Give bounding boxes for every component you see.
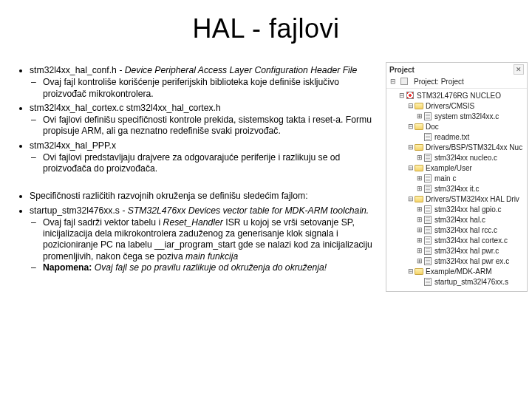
slide-body: stm32l4xx_hal_conf.h - Device Peripheral… xyxy=(13,65,383,276)
tree-row[interactable]: ⊟STM32L476RG NUCLEO xyxy=(389,90,525,100)
project-tree: ⊟STM32L476RG NUCLEO⊟Drivers/CMSIS⊞system… xyxy=(386,89,527,291)
tree-label: stm32l4xx hal.c xyxy=(434,216,485,224)
tree-row[interactable]: ⊞stm32l4xx hal.c xyxy=(389,214,525,225)
folder-icon xyxy=(415,101,423,110)
tree-row[interactable]: ⊞stm32l4xx it.c xyxy=(389,183,525,194)
expander-icon[interactable]: ⊟ xyxy=(407,267,415,275)
expander-icon[interactable]: ⊞ xyxy=(416,154,423,161)
tree-label: startup_stm32l476xx.s xyxy=(434,278,508,286)
bullet-1: stm32l4xx_hal_conf.h - Device Peripheral… xyxy=(30,65,383,100)
panel-tab-project[interactable]: Project xyxy=(389,66,415,74)
file-name: startup_stm32l476xx.s xyxy=(30,205,120,216)
expander-icon[interactable]: ⊞ xyxy=(416,216,423,223)
expander-icon[interactable]: ⊟ xyxy=(407,195,415,202)
file-icon xyxy=(423,236,432,245)
tree-label: Example/MDK-ARM xyxy=(426,267,491,276)
tree-row[interactable]: ⊟Example/User xyxy=(389,163,525,173)
tree-row[interactable]: readme.txt xyxy=(389,132,525,142)
tree-label: readme.txt xyxy=(434,133,469,141)
folder-icon xyxy=(415,143,423,151)
file-icon xyxy=(423,215,432,224)
file-icon xyxy=(423,174,432,183)
expander-icon[interactable]: ⊟ xyxy=(389,78,397,85)
folder-icon xyxy=(415,122,423,131)
sub-bullet: Ovi fajlovi predstavljaju drajvere za od… xyxy=(43,152,383,175)
file-icon xyxy=(423,277,432,286)
tree-row[interactable]: ⊟Doc xyxy=(389,121,525,132)
tree-label: system stm32l4xx.c xyxy=(434,112,499,120)
tree-label: main c xyxy=(434,174,456,183)
project-panel: Project ✕ ⊟ Project: Project ⊟STM32L476R… xyxy=(386,62,528,292)
tree-label: stm32l4xx it.c xyxy=(434,185,480,193)
file-icon xyxy=(423,132,432,141)
tree-label: Drivers/BSP/STM32L4xx Nuc xyxy=(426,143,522,151)
tree-row[interactable]: startup_stm32l476xx.s xyxy=(389,276,525,287)
tree-label: Example/User xyxy=(426,164,472,172)
tree-label: Drivers/CMSIS xyxy=(426,102,474,110)
expander-icon[interactable]: ⊞ xyxy=(416,236,423,244)
sub-bullet: Ovi fajlovi definišu specifičnosti kontr… xyxy=(43,115,383,137)
bullet-2: stm32l4xx_hal_cortex.c stm32l4xx_hal_cor… xyxy=(30,103,383,137)
expander-icon[interactable]: ⊟ xyxy=(398,92,406,99)
tree-row[interactable]: ⊟Drivers/BSP/STM32L4xx Nuc xyxy=(389,142,525,152)
slide-title: HAL - fajlovi xyxy=(0,0,532,44)
tree-row[interactable]: ⊟Drivers/STM32l4xx HAL Driv xyxy=(389,194,525,204)
tree-label: stm32l4xx hal rcc.c xyxy=(434,226,497,234)
expander-icon[interactable]: ⊞ xyxy=(416,174,423,182)
tree-row[interactable]: ⊞system stm32l4xx.c xyxy=(389,111,525,121)
file-icon xyxy=(423,153,432,162)
tree-label: STM32L476RG NUCLEO xyxy=(417,92,501,100)
target-icon xyxy=(406,91,415,100)
tree-row[interactable]: ⊟Drivers/CMSIS xyxy=(389,100,525,111)
bullet-4: Specifičnosti različitih razvojnih okruž… xyxy=(30,191,383,202)
root-label: Project: Project xyxy=(414,78,464,86)
bullet-5: startup_stm32l476xx.s - STM32L476xx Devi… xyxy=(30,205,383,274)
file-icon xyxy=(423,246,432,255)
file-desc: - Device Peripheral Access Layer Configu… xyxy=(119,65,357,75)
tree-label: stm32l4xx hal pwr ex.c xyxy=(434,257,509,265)
tree-row[interactable]: ⊞stm32l4xx hal rcc.c xyxy=(389,225,525,235)
tree-row[interactable]: ⊞stm32l4xx nucleo.c xyxy=(389,152,525,163)
tree-label: stm32l4xx hal pwr.c xyxy=(434,247,499,255)
folder-icon xyxy=(415,267,423,276)
tree-label: stm32l4xx hal cortex.c xyxy=(434,236,508,245)
folder-icon xyxy=(415,194,423,203)
panel-root-row[interactable]: ⊟ Project: Project xyxy=(386,75,527,89)
expander-icon[interactable]: ⊟ xyxy=(407,143,415,151)
tree-row[interactable]: ⊞stm32l4xx hal gpio.c xyxy=(389,204,525,214)
expander-icon[interactable]: ⊞ xyxy=(416,112,423,120)
file-icon xyxy=(423,112,432,120)
file-icon xyxy=(423,225,432,234)
file-name: stm32l4xx_hal_PPP.x xyxy=(30,140,116,151)
expander-icon[interactable]: ⊞ xyxy=(416,205,423,213)
expander-icon[interactable]: ⊟ xyxy=(407,102,415,109)
expander-icon[interactable]: ⊟ xyxy=(407,123,415,130)
sub-bullet: Ovaj fajl kontroliše korišćenje periferi… xyxy=(43,77,383,100)
sub-bullet: Ovaj fajl sadrži vektor tabelu i Reset_H… xyxy=(43,217,383,262)
tree-label: stm32l4xx nucleo.c xyxy=(434,154,497,162)
expander-icon[interactable]: ⊞ xyxy=(416,185,423,192)
expander-icon[interactable]: ⊞ xyxy=(416,247,423,254)
expander-icon[interactable]: ⊞ xyxy=(416,257,423,265)
file-desc: - STM32L476xx Devices vector table for M… xyxy=(122,205,369,216)
sub-bullet: Napomena: Ovaj fajl se po pravilu razlik… xyxy=(43,262,383,273)
tree-row[interactable]: ⊞stm32l4xx hal cortex.c xyxy=(389,235,525,245)
workspace-icon xyxy=(400,77,409,86)
tree-row[interactable]: ⊞stm32l4xx hal pwr ex.c xyxy=(389,256,525,266)
close-icon[interactable]: ✕ xyxy=(514,64,524,75)
file-name: stm32l4xx_hal_cortex.c stm32l4xx_hal_cor… xyxy=(30,103,221,113)
expander-icon[interactable]: ⊞ xyxy=(416,226,423,233)
tree-row[interactable]: ⊞main c xyxy=(389,173,525,183)
slide: HAL - fajlovi stm32l4xx_hal_conf.h - Dev… xyxy=(0,0,532,399)
tree-label: stm32l4xx hal gpio.c xyxy=(434,205,502,214)
tree-row[interactable]: ⊞stm32l4xx hal pwr.c xyxy=(389,245,525,256)
folder-icon xyxy=(415,163,423,172)
file-icon xyxy=(423,184,432,193)
expander-icon[interactable]: ⊟ xyxy=(407,164,415,171)
file-name: stm32l4xx_hal_conf.h xyxy=(30,65,117,75)
panel-tabstrip: Project ✕ xyxy=(386,63,527,75)
file-icon xyxy=(423,205,432,214)
tree-label: Doc xyxy=(426,123,439,131)
tree-label: Drivers/STM32l4xx HAL Driv xyxy=(426,195,519,203)
tree-row[interactable]: ⊟Example/MDK-ARM xyxy=(389,266,525,276)
